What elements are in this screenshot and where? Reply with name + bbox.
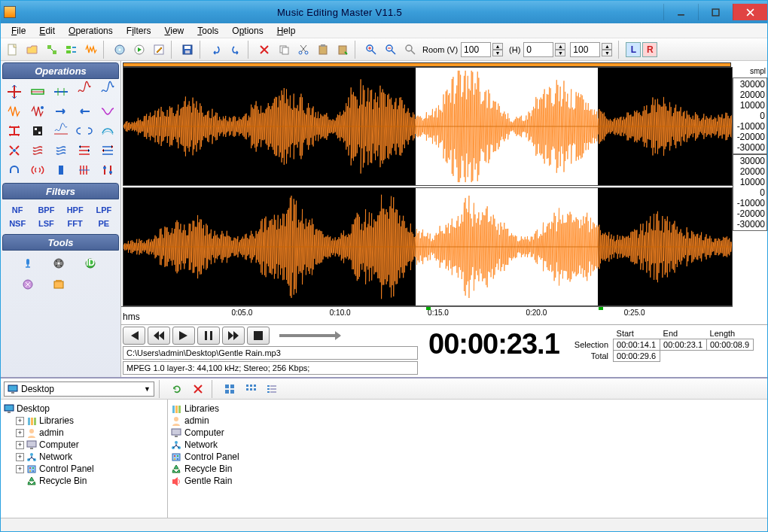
maximize-button[interactable] xyxy=(698,4,733,20)
room-h1-down[interactable]: ▼ xyxy=(555,50,565,56)
room-h1-spinner[interactable]: 0 xyxy=(523,42,553,57)
filter-lsf[interactable]: LSF xyxy=(32,217,59,230)
folder-tree[interactable]: Desktop+Libraries+admin+Computer+Network… xyxy=(1,400,168,518)
op-icon-10[interactable] xyxy=(4,123,24,139)
op-icon-14[interactable] xyxy=(97,123,117,139)
play-media-icon[interactable] xyxy=(130,41,148,59)
filter-hpf[interactable]: HPF xyxy=(62,204,89,216)
view-small-icon[interactable] xyxy=(242,380,260,398)
menu-tools[interactable]: Tools xyxy=(191,24,224,38)
tool-icon-0[interactable] xyxy=(16,257,43,273)
tool-icon-4[interactable] xyxy=(47,278,75,294)
menu-filters[interactable]: Filters xyxy=(120,24,157,38)
list-item[interactable]: admin xyxy=(171,415,764,427)
tool-icon-2[interactable]: ID xyxy=(78,257,105,273)
op-icon-11[interactable] xyxy=(27,123,47,139)
op-icon-15[interactable] xyxy=(4,142,24,159)
expand-icon[interactable]: + xyxy=(16,453,24,461)
op-icon-12[interactable] xyxy=(50,123,71,139)
rewind-button[interactable] xyxy=(148,327,170,345)
op-icon-2[interactable] xyxy=(50,84,71,100)
op-icon-13[interactable] xyxy=(74,123,94,139)
refresh-icon[interactable] xyxy=(168,380,186,398)
expand-icon[interactable]: + xyxy=(16,417,24,425)
filter-pe[interactable]: PE xyxy=(90,217,117,230)
filter-bpf[interactable]: BPF xyxy=(32,204,59,216)
delete-file-icon[interactable] xyxy=(189,380,207,398)
edit-icon[interactable] xyxy=(150,41,168,59)
filter-lpf[interactable]: LPF xyxy=(90,204,117,216)
open-file-icon[interactable] xyxy=(23,41,41,59)
view-list-icon[interactable] xyxy=(263,380,281,398)
list-item[interactable]: Control Panel xyxy=(171,451,764,463)
op-icon-21[interactable] xyxy=(27,162,47,178)
room-h1-up[interactable]: ▲ xyxy=(555,43,565,50)
op-icon-7[interactable] xyxy=(50,103,71,120)
list-item[interactable]: Recycle Bin xyxy=(171,463,764,475)
filter-fft[interactable]: FFT xyxy=(62,217,89,230)
location-combo[interactable]: Desktop▼ xyxy=(4,382,154,397)
expand-icon[interactable]: + xyxy=(16,441,24,449)
menu-edit[interactable]: Edit xyxy=(33,24,61,38)
op-icon-8[interactable] xyxy=(74,103,94,120)
list-item[interactable]: Gentle Rain xyxy=(171,475,764,487)
tree-node[interactable]: +Network xyxy=(4,451,164,463)
menu-operations[interactable]: Operations xyxy=(62,24,119,38)
tree-node[interactable]: +Libraries xyxy=(4,415,164,427)
expand-icon[interactable]: + xyxy=(16,429,24,437)
close-button[interactable] xyxy=(733,4,767,20)
add-track-icon[interactable] xyxy=(43,41,61,59)
room-v-up[interactable]: ▲ xyxy=(492,43,503,50)
op-icon-20[interactable] xyxy=(4,162,24,178)
list-item[interactable]: Libraries xyxy=(171,403,764,415)
op-icon-5[interactable] xyxy=(4,103,24,120)
batch-icon[interactable] xyxy=(62,41,81,59)
op-icon-17[interactable] xyxy=(50,142,71,159)
op-icon-24[interactable] xyxy=(97,162,117,178)
tree-node[interactable]: +admin xyxy=(4,427,164,439)
time-axis[interactable]: hms 0:05.00:10.00:15.00:20.00:25.0 xyxy=(121,306,733,324)
tree-node[interactable]: +Computer xyxy=(4,439,164,451)
undo-icon[interactable] xyxy=(207,41,225,59)
tool-icon-1[interactable] xyxy=(47,257,75,273)
waveform-icon[interactable] xyxy=(82,41,100,59)
op-icon-22[interactable] xyxy=(50,162,71,178)
op-icon-19[interactable] xyxy=(97,142,117,159)
menu-view[interactable]: View xyxy=(158,24,190,38)
stop-button[interactable] xyxy=(247,327,270,345)
tool-icon-3[interactable] xyxy=(16,278,43,294)
room-v-spinner[interactable]: 100 xyxy=(461,42,491,57)
op-icon-0[interactable] xyxy=(4,84,24,100)
tree-node[interactable]: Desktop xyxy=(4,403,164,415)
channel-left-button[interactable]: L xyxy=(626,42,641,57)
redo-icon[interactable] xyxy=(227,41,245,59)
file-list[interactable]: LibrariesadminComputerNetworkControl Pan… xyxy=(168,400,767,518)
save-icon[interactable] xyxy=(178,41,197,59)
op-icon-3[interactable] xyxy=(74,84,94,100)
channel-right-button[interactable]: R xyxy=(642,42,657,57)
minimize-button[interactable] xyxy=(663,4,698,20)
menu-options[interactable]: Options xyxy=(226,24,269,38)
op-icon-9[interactable] xyxy=(97,103,117,120)
room-v-down[interactable]: ▼ xyxy=(492,50,503,56)
paste-special-icon[interactable] xyxy=(334,41,352,59)
delete-icon[interactable] xyxy=(255,41,273,59)
op-icon-4[interactable] xyxy=(97,84,117,100)
paste-icon[interactable] xyxy=(314,41,332,59)
play-button[interactable] xyxy=(172,327,195,345)
list-item[interactable]: Network xyxy=(171,439,764,451)
waveform-channel-left[interactable] xyxy=(123,67,733,186)
copy-icon[interactable] xyxy=(275,41,293,59)
cd-icon[interactable] xyxy=(111,41,129,59)
room-h2-spinner[interactable]: 100 xyxy=(570,42,600,57)
op-icon-6[interactable] xyxy=(27,103,47,120)
view-large-icon[interactable] xyxy=(221,380,239,398)
zoom-out-icon[interactable] xyxy=(382,41,400,59)
new-file-icon[interactable] xyxy=(4,41,22,59)
room-h2-down[interactable]: ▼ xyxy=(602,50,612,56)
zoom-fit-icon[interactable] xyxy=(401,41,419,59)
tree-node[interactable]: Recycle Bin xyxy=(4,475,164,487)
list-item[interactable]: Computer xyxy=(171,427,764,439)
filter-nf[interactable]: NF xyxy=(4,204,31,216)
op-icon-1[interactable] xyxy=(27,84,47,100)
